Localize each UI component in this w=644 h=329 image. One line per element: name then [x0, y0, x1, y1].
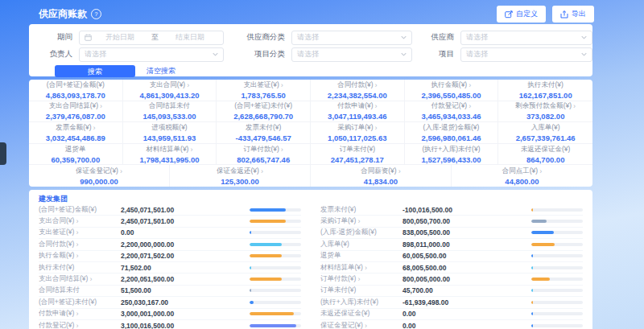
supplier-label: 供应商 — [422, 32, 454, 43]
date-range-input[interactable]: 开始日期 至 结束日期 — [79, 31, 224, 45]
summary-card[interactable]: 执行金额(¥)›2,396,550,485.00 — [405, 80, 499, 101]
metric-row: 材料结算单(¥)›68,005,500.00 — [320, 262, 583, 273]
summary-card[interactable]: 支出合同(¥)›4,861,309,413.20 — [123, 80, 217, 101]
metric-bar-fill — [531, 289, 533, 292]
customize-button-label: 自定义 — [516, 9, 538, 19]
metric-bar-track — [531, 324, 583, 327]
metric-label[interactable]: 订单付款(¥)› — [320, 274, 402, 284]
metric-bar-fill — [250, 301, 254, 304]
card-value: 162,167,851.00 — [519, 91, 572, 100]
start-date-placeholder: 开始日期 — [92, 32, 148, 43]
metric-bar-fill — [250, 289, 251, 292]
metric-column: (合同+签证)金额(¥)2,450,071,501.00支出合同(¥)›2,45… — [39, 204, 301, 329]
metric-value: -61,939,498.00 — [402, 298, 531, 306]
card-value: 990,000.00 — [80, 177, 118, 186]
summary-card[interactable]: 保证金登记(¥)›990,000.00 — [29, 165, 170, 187]
summary-card[interactable]: 合同付款(¥)›2,234,382,554.00 — [311, 80, 405, 101]
metric-label[interactable]: 支出合同(¥)› — [39, 216, 121, 226]
search-button[interactable]: 搜索 — [55, 65, 135, 77]
metric-row: 发票未付(¥)-100,016,500.00 — [320, 204, 583, 216]
link-chevron-icon: › — [469, 103, 471, 109]
metric-row: 执行未付(¥)71,502.00 — [39, 262, 301, 273]
link-chevron-icon: › — [93, 125, 96, 131]
export-icon — [560, 10, 568, 19]
owner-select[interactable]: 请选择 — [79, 47, 224, 62]
metric-label[interactable]: 付款申请(¥)› — [39, 309, 121, 319]
summary-card: 退货单60,359,700.00 — [29, 144, 123, 166]
metric-value: 2,450,071,501.00 — [121, 206, 250, 214]
card-label: 退货单 — [65, 145, 86, 154]
card-label: 发票未付(¥) — [246, 123, 281, 133]
summary-card[interactable]: 保证金返还(¥)›125,300.00 — [170, 165, 311, 187]
supplier-select[interactable]: 请选择 — [460, 31, 592, 45]
metric-bar-track — [531, 301, 583, 304]
metric-label[interactable]: 支出合同结算(¥)› — [39, 274, 121, 284]
metric-row: (合同+签证)未付(¥)250,030,167.00 — [39, 297, 301, 308]
summary-card[interactable]: 合同薪资(¥)›41,834.00 — [311, 165, 452, 187]
summary-card[interactable]: 支出签证(¥)›1,783,765.50 — [217, 80, 311, 101]
summary-card[interactable]: 付款登记(¥)›3,465,934,033.46 — [405, 101, 499, 123]
summary-card[interactable]: 剩余预付款金额(¥)›373,082.00 — [498, 101, 592, 123]
link-chevron-icon: › — [281, 146, 283, 153]
metric-label[interactable]: 支出签证(¥)› — [39, 228, 121, 237]
summary-card[interactable]: 订单付款(¥)›802,665,747.46 — [217, 144, 311, 166]
export-button[interactable]: 导出 — [552, 6, 594, 23]
link-chevron-icon: › — [357, 276, 360, 282]
supplier-category-select[interactable]: 请选择 — [291, 31, 412, 45]
summary-card[interactable]: 合同点工(¥)›44,800.00 — [452, 165, 592, 187]
metric-label[interactable]: 采购订单(¥)› — [320, 216, 402, 226]
metric-bar-track — [531, 312, 583, 315]
card-label: 合同点工(¥)› — [502, 167, 542, 176]
card-value: 44,800.00 — [505, 177, 539, 186]
metric-bar-fill — [250, 208, 286, 212]
card-label: (合同+签证)未付(¥) — [234, 101, 292, 111]
end-date-placeholder: 结束日期 — [162, 32, 218, 43]
group-title[interactable]: 建发集团 — [39, 194, 583, 204]
card-label: 付款登记(¥)› — [431, 101, 471, 111]
card-value: 1,798,431,995.00 — [140, 155, 200, 164]
project-category-select[interactable]: 请选择 — [291, 47, 412, 62]
link-chevron-icon: › — [365, 265, 367, 271]
summary-card[interactable]: 采购订单(¥)›1,050,117,025.63 — [311, 122, 405, 144]
metric-row: 支出合同结算(¥)›2,200,051,500.00 — [39, 273, 301, 285]
link-chevron-icon: › — [375, 125, 378, 131]
link-chevron-icon: › — [120, 168, 122, 175]
project-select[interactable]: 请选择 — [460, 47, 592, 62]
metric-row: 采购订单(¥)›800,050,700.00 — [320, 216, 583, 227]
metric-bar-track — [531, 289, 583, 292]
side-drawer-handle[interactable] — [0, 142, 6, 165]
help-icon[interactable]: ? — [91, 9, 101, 19]
card-label: 发票金额(¥)› — [56, 123, 95, 133]
range-separator: 至 — [148, 32, 162, 43]
metric-row: 保证金登记(¥)›0.00 — [320, 320, 583, 329]
summary-card[interactable]: 材料结算单(¥)›1,798,431,995.00 — [123, 144, 217, 166]
metric-bar-track — [531, 208, 583, 212]
metric-label[interactable]: 合同付款(¥)› — [39, 240, 121, 249]
summary-card[interactable]: 支出合同结算(¥)›2,379,476,087.00 — [29, 101, 123, 123]
link-chevron-icon: › — [76, 241, 78, 248]
metric-value: 68,005,500.00 — [402, 264, 531, 272]
link-chevron-icon: › — [375, 82, 378, 88]
summary-card[interactable]: 发票金额(¥)›3,032,454,486.89 — [29, 122, 123, 144]
metric-value: 2,200,000,000.00 — [121, 241, 250, 249]
metric-bar-fill — [531, 301, 533, 304]
metric-label[interactable]: 材料结算单(¥)› — [320, 263, 402, 273]
metric-row: 支出合同(¥)›2,450,071,501.00 — [39, 216, 301, 227]
metric-bar-track — [531, 231, 583, 234]
metric-value: 60,005,500.00 — [402, 252, 531, 260]
metric-label[interactable]: 保证金登记(¥)› — [320, 321, 402, 329]
customize-button[interactable]: 自定义 — [497, 6, 546, 23]
project-label: 项目 — [422, 49, 454, 60]
summary-card: 未返还保证金(¥)864,700.00 — [498, 144, 592, 166]
clear-search-link[interactable]: 清空搜索 — [147, 66, 175, 76]
link-chevron-icon: › — [76, 229, 78, 236]
card-label: 订单未付(¥) — [340, 145, 375, 154]
link-chevron-icon: › — [187, 82, 189, 88]
project-category-label: 项目分类 — [233, 49, 285, 60]
card-value: 143,959,511.93 — [143, 134, 196, 142]
metric-value: 800,050,700.00 — [402, 217, 531, 225]
metric-label[interactable]: 执行金额(¥)› — [39, 251, 121, 261]
summary-card[interactable]: 付款申请(¥)›3,047,119,493.46 — [311, 101, 405, 123]
metric-label[interactable]: 付款登记(¥)› — [39, 321, 121, 329]
card-value: 2,596,980,061.46 — [422, 134, 481, 142]
